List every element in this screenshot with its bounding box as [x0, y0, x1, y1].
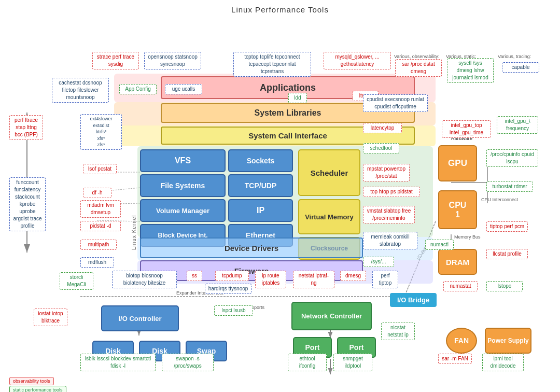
various-observability-label: Various, observability: [394, 54, 439, 59]
biotop-group-box: biotop biosnoop biolatency bitesize [112, 271, 177, 288]
llcstat-profile-box: llcstat profile [486, 249, 528, 259]
intel-gpu-freq-box: intel_gpu_\ frequency [497, 116, 538, 134]
multipath-box: multipath [80, 240, 117, 250]
cpudist-group-box: cpudist execsnoop runlat cpudist offcput… [363, 94, 428, 112]
swapon-group-box: swapon -s /proc/swaps [162, 354, 214, 371]
linux-kernel-label: Linux Kernel [131, 157, 137, 250]
legend-observability: observability tools [9, 377, 54, 385]
funccount-group-box: funccount funclatency stackcount kprobe … [9, 177, 46, 231]
io-controller-box: I/O Controller [101, 305, 179, 331]
network-controller-box: Network Controller [291, 302, 372, 330]
scheduler-box: Scheduler [298, 149, 360, 196]
netstat-group-box: netstat iptraf-ng [293, 271, 334, 288]
lsblk-group-box: lsblk lsscsi blockdev smartctl fdisk -l [80, 354, 156, 371]
ugc-ucalls-box: ugc ucalls [165, 84, 202, 94]
lspci-lsusb-box: lspci lsusb [214, 305, 253, 316]
tcp-udp-box: TCP/UDP [228, 174, 293, 197]
io-bridge-box: I/O Bridge [390, 293, 437, 307]
sysctl-group-box: sysctl /sys dmesg lshw journalctl lsmod [447, 58, 494, 83]
pidstat-d-box: pidstat -d [80, 221, 121, 231]
tcptop-group-box: tcptop tcplife tcpconnect tcpaccept tcpc… [233, 52, 311, 77]
capable-box: capable [502, 62, 539, 73]
turbostat-box: turbostat rdmsr [486, 181, 533, 192]
numactl-box: numactl [425, 240, 454, 250]
virtual-memory-box: Virtual Memory [298, 199, 360, 234]
ss-box: ss [187, 271, 202, 281]
memleak-group-box: memleak oomkill slabratop [363, 232, 417, 249]
memory-bus-label: Memory Bus [454, 234, 481, 241]
iostat-group-box: iostat iotop blktrace [34, 309, 67, 326]
ldd-box: ldd [288, 93, 307, 103]
proc-cpuinfo-box: /proc/cpuinfo cpuid lscpu [486, 149, 538, 167]
gpu-box: GPU [438, 145, 477, 181]
schedtool-box: schedtool [363, 143, 399, 153]
various-tracing-label: Various, tracing: [498, 54, 531, 59]
sar-proc-box: sar /proc dstat dmesg [395, 59, 442, 77]
dmesg-box: dmesg [340, 271, 366, 281]
lsof-pcstat-box: lsof pcstat [83, 164, 117, 174]
mpstat-group-box: mpstat powertop /proc/stat [363, 164, 410, 181]
cachestat-group-box: cachestat dcsnoop filetop fileslower mou… [52, 78, 109, 103]
numastat-box: numastat [443, 281, 478, 291]
vmstat-group-box: vmstat slabtop free /proc/meminfo [363, 206, 415, 223]
nicstat-group-box: nicstat netstat ip [381, 323, 415, 340]
ipmi-group-box: ipmi tool dmidecode [482, 354, 524, 371]
storcli-group-box: storcli MegaCli [60, 272, 93, 290]
power-supply-box: Power Supply [485, 328, 531, 354]
device-drivers-box: Device Drivers [140, 237, 363, 258]
latencytop-box: latencytop [363, 123, 402, 133]
vfs-box: VFS [140, 149, 226, 172]
mdflush-box: mdflush [80, 257, 114, 268]
app-config-box: App Config [119, 84, 157, 94]
fan-box: FAN [446, 328, 477, 354]
mdadm-group-box: mdadm lvm dmsetup [80, 200, 121, 218]
top-group-box: top htop ps pidstat [363, 187, 420, 197]
tiptop-perf-box: tiptop perf pcm [486, 221, 528, 232]
tcpdump-box: tcpdump [215, 271, 249, 281]
perf-group-box: perf ftrace stap lttng bcc (BPF) [9, 115, 43, 140]
perf-tiptop-box: perf tiptop [372, 271, 398, 288]
lstopo-box: lstopo [486, 281, 523, 291]
snmpget-group-box: snmpget ildptool [333, 354, 372, 371]
sockets-box: Sockets [228, 149, 293, 172]
dram-box: DRAM [438, 249, 477, 275]
volume-manager-box: Volume Manager [140, 199, 226, 222]
hardirqs-group-box: hardirqs ttysnoop [205, 284, 251, 294]
ip-route-box: ip route iptables [255, 271, 286, 288]
opensnoop-group-box: opensnoop statsnoop syncsnoop [144, 52, 201, 69]
cpu-interconnect-label: CPU Interconnect [481, 197, 518, 203]
strace-group-box: strace perf trace sysdig [92, 52, 139, 69]
ip-box: IP [228, 199, 293, 222]
mysqld-group-box: mysqld_qslower, ... gethostlatency [324, 52, 391, 69]
cpu-box: CPU1 [438, 190, 477, 229]
sar-fan-box: sar -m FAN [438, 354, 472, 364]
ethtool-group-box: ethtool ifconfig [288, 354, 327, 371]
df-h-box: df -h [83, 188, 111, 198]
sys-path-box: /sys/... [363, 257, 394, 267]
ext4slower-box: ext4slowerext4distbtrfs*xfs*zfs* [80, 114, 122, 150]
intel-gpu-top-box: intel_gpu_top intel_gpu_time [442, 120, 491, 138]
file-systems-box: File Systems [140, 174, 226, 197]
diagram: I/O Bus Applications [0, 17, 560, 390]
legend-static: static performance tools [9, 386, 66, 392]
page-title: Linux Performance Tools [0, 0, 560, 17]
